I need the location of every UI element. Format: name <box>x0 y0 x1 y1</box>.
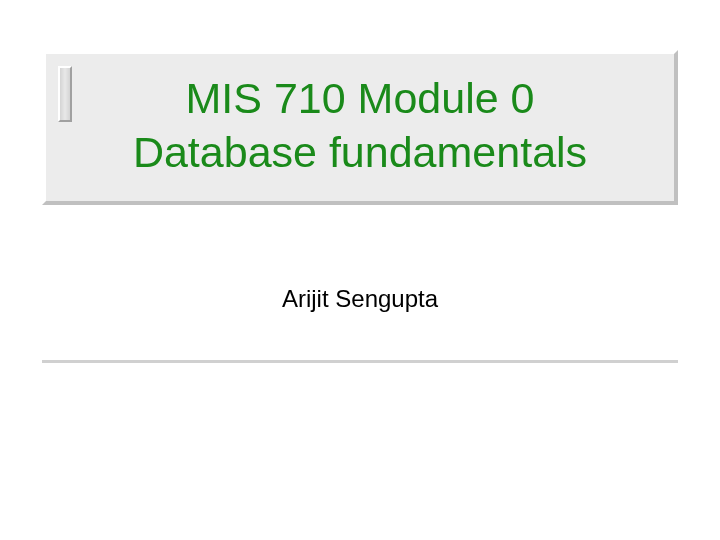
title-line-1: MIS 710 Module 0 <box>186 74 535 122</box>
title-line-2: Database fundamentals <box>133 128 587 176</box>
author-name: Arijit Sengupta <box>282 285 438 312</box>
author-box: Arijit Sengupta <box>42 285 678 313</box>
horizontal-divider <box>42 360 678 364</box>
slide-title: MIS 710 Module 0 Database fundamentals <box>46 72 674 180</box>
title-box: MIS 710 Module 0 Database fundamentals <box>42 50 678 205</box>
